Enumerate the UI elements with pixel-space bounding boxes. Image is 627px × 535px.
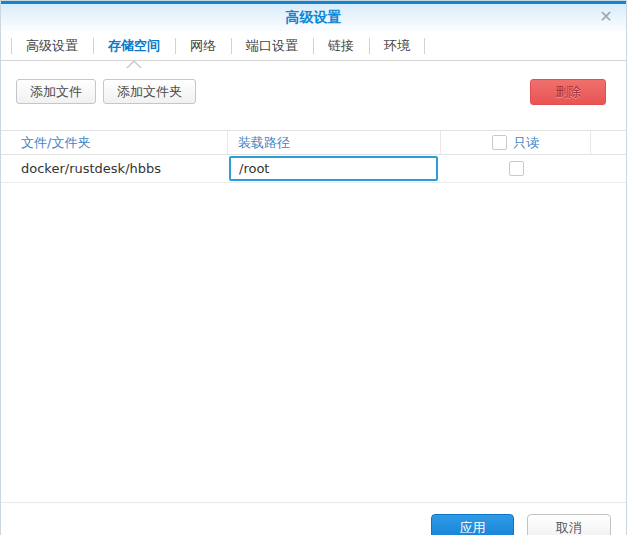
tab-storage-space[interactable]: 存储空间	[93, 31, 175, 60]
table-row[interactable]: docker/rustdesk/hbbs	[1, 155, 626, 183]
dialog-title: 高级设置	[286, 4, 342, 30]
column-header-mount-path: 装载路径	[228, 131, 441, 154]
tab-label: 高级设置	[26, 38, 78, 53]
mount-table-header: 文件/文件夹 装载路径 只读	[1, 130, 626, 155]
column-header-read-only: 只读	[441, 131, 591, 154]
tab-label: 链接	[328, 38, 354, 53]
tab-label: 存储空间	[108, 38, 160, 53]
column-header-file-folder: 文件/文件夹	[1, 131, 228, 154]
read-only-select-all-checkbox[interactable]	[492, 135, 507, 150]
tab-label: 端口设置	[246, 38, 298, 53]
mount-path-input[interactable]	[229, 156, 438, 181]
tab-port-settings[interactable]: 端口设置	[231, 31, 313, 60]
add-file-button[interactable]: 添加文件	[16, 79, 96, 104]
cancel-button[interactable]: 取消	[527, 514, 611, 535]
read-only-header-label: 只读	[513, 134, 539, 152]
read-only-row-checkbox[interactable]	[509, 161, 524, 176]
tab-links[interactable]: 链接	[313, 31, 369, 60]
dialog-footer: 应用 取消	[1, 502, 626, 535]
tab-environment[interactable]: 环境	[369, 31, 425, 60]
storage-toolbar: 添加文件 添加文件夹 删除	[1, 61, 626, 117]
add-folder-button[interactable]: 添加文件夹	[103, 79, 196, 104]
read-only-cell	[441, 161, 591, 176]
active-tab-notch	[127, 62, 141, 69]
settings-tabbar: 高级设置 存储空间 网络 端口设置 链接 环境	[1, 31, 626, 61]
apply-button[interactable]: 应用	[431, 514, 514, 535]
mount-table: 文件/文件夹 装载路径 只读 docker/rustdesk/hbbs	[1, 130, 626, 183]
dialog-titlebar: 高级设置 ✕	[1, 1, 626, 31]
tab-advanced-settings[interactable]: 高级设置	[11, 31, 93, 60]
tab-label: 环境	[384, 38, 410, 53]
close-icon[interactable]: ✕	[596, 6, 616, 28]
advanced-settings-dialog: 高级设置 ✕ 高级设置 存储空间 网络 端口设置 链接 环境 添加文件 添加文件…	[0, 0, 627, 535]
tab-label: 网络	[190, 38, 216, 53]
delete-button[interactable]: 删除	[530, 79, 606, 105]
file-folder-cell: docker/rustdesk/hbbs	[1, 161, 228, 176]
tab-network[interactable]: 网络	[175, 31, 231, 60]
